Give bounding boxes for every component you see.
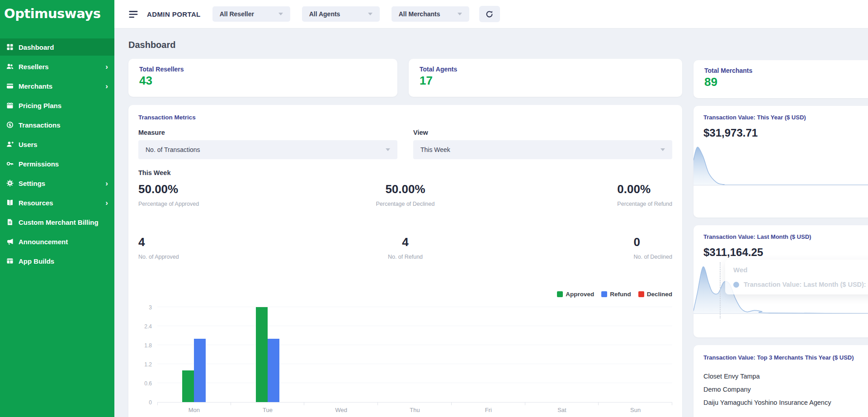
chevron-down-icon	[441, 13, 462, 15]
people-icon	[6, 63, 14, 70]
window-icon	[6, 257, 14, 265]
category-thu	[378, 308, 452, 402]
x-tick-label: Wed	[304, 403, 378, 413]
filter-bar: All ResellerAll AgentsAll Merchants	[212, 6, 469, 22]
metrics-controls: Measure No. of Transactions View This We…	[138, 129, 672, 159]
top-merchants-card: Transaction Value: Top 3 Merchants This …	[693, 345, 868, 417]
x-axis-labels: MonTueWedThuFriSatSun	[157, 403, 672, 413]
filter-all-reseller[interactable]: All Reseller	[212, 6, 290, 22]
hamburger-icon	[129, 10, 139, 19]
y-tick-label: 3	[149, 304, 152, 311]
x-tick-label: Sun	[599, 403, 672, 413]
sidebar-item-label: Custom Merchant Billing	[19, 218, 99, 226]
filter-value: All Merchants	[399, 10, 440, 18]
category-fri	[452, 308, 525, 402]
main-area: ADMIN PORTAL All ResellerAll AgentsAll M…	[114, 0, 868, 417]
category-sat	[525, 308, 599, 402]
megaphone-icon	[6, 238, 14, 245]
portal-title: ADMIN PORTAL	[147, 10, 201, 18]
user-plus-icon	[6, 141, 14, 148]
grid-icon	[6, 43, 14, 51]
sidebar-item-app-builds[interactable]: App Builds	[0, 252, 114, 270]
bar-refund-mon	[194, 339, 206, 402]
metrics-card-title: Transaction Metrics	[138, 114, 672, 121]
sidebar-item-merchants[interactable]: Merchants›	[0, 77, 114, 95]
sidebar-item-label: Announcement	[19, 238, 68, 246]
card-value: 89	[704, 75, 868, 89]
sidebar-item-label: App Builds	[19, 257, 54, 265]
chevron-down-icon	[644, 148, 665, 151]
total-resellers-card: Total Resellers 43	[128, 59, 397, 97]
chevron-right-icon: ›	[105, 199, 108, 207]
sidebar-item-label: Transactions	[19, 121, 61, 129]
app-root: Optimusways DashboardResellers›Merchants…	[0, 0, 868, 417]
sidebar-item-settings[interactable]: Settings›	[0, 175, 114, 192]
card-title: Transaction Value: Top 3 Merchants This …	[703, 354, 868, 361]
x-tick-label: Tue	[231, 403, 305, 413]
category-tue	[231, 308, 305, 402]
total-agents-card: Total Agents 17	[409, 59, 682, 97]
brand-logo: Optimusways	[0, 0, 114, 21]
category-sun	[599, 308, 672, 402]
tooltip-text: Transaction Value: Last Month ($ USD): $…	[744, 281, 868, 288]
sidebar-item-label: Resellers	[19, 63, 49, 71]
measure-select-value: No. of Transactions	[146, 146, 200, 153]
calendar-icon	[6, 102, 14, 109]
legend-declined[interactable]: Declined	[638, 291, 672, 298]
percentage-refund-stat: 0.00% Percentage of Refund	[617, 182, 672, 207]
sidebar-item-users[interactable]: Users	[0, 136, 114, 153]
filter-all-merchants[interactable]: All Merchants	[392, 6, 469, 22]
hamburger-menu-button[interactable]	[129, 10, 139, 19]
sidebar-item-label: Dashboard	[19, 43, 54, 51]
legend-approved[interactable]: Approved	[557, 291, 594, 298]
sidebar-item-announcement[interactable]: Announcement	[0, 233, 114, 250]
card-title: Total Agents	[420, 66, 671, 73]
left-column: Dashboard Total Resellers 43 Total Agent…	[128, 40, 682, 417]
total-merchants-card: Total Merchants 89	[693, 60, 868, 98]
sidebar-item-transactions[interactable]: Transactions	[0, 116, 114, 133]
count-refund-stat: 4 No. of Refund	[388, 235, 423, 260]
sidebar-item-custom-merchant-billing[interactable]: Custom Merchant Billing	[0, 213, 114, 231]
refresh-button[interactable]	[479, 6, 500, 22]
chevron-right-icon: ›	[105, 82, 108, 90]
gear-icon	[6, 180, 14, 187]
chevron-right-icon: ›	[105, 63, 108, 71]
view-select[interactable]: This Week	[413, 140, 672, 159]
sidebar-item-pricing-plans[interactable]: Pricing Plans	[0, 97, 114, 114]
card-value: $31,973.71	[703, 127, 868, 139]
sidebar-item-permissions[interactable]: Permissions	[0, 155, 114, 172]
x-tick-label: Sat	[525, 403, 599, 413]
legend-swatch-refund	[601, 291, 607, 297]
chevron-right-icon: ›	[105, 180, 108, 187]
merchant-name: Daiju Yamaguchi Yoshino Insurance Agency	[703, 396, 868, 409]
x-tick-label: Thu	[378, 403, 452, 413]
filter-all-agents[interactable]: All Agents	[302, 6, 380, 22]
chevron-down-icon	[352, 13, 373, 15]
page-title: Dashboard	[128, 40, 682, 50]
card-title: Total Resellers	[139, 66, 387, 73]
measure-select[interactable]: No. of Transactions	[138, 140, 397, 159]
legend-refund[interactable]: Refund	[601, 291, 631, 298]
category-wed	[304, 308, 378, 402]
plot-area	[157, 308, 672, 403]
chart-tooltip: Wed Transaction Value: Last Month ($ USD…	[725, 260, 868, 294]
weekly-transactions-bar-chart: 00.61.21.82.43 MonTueWedThuFriSatSun	[138, 308, 672, 413]
x-tick-label: Mon	[157, 403, 231, 413]
sidebar-item-resources[interactable]: Resources›	[0, 194, 114, 211]
bar-approved-tue	[256, 307, 268, 402]
page-content: Dashboard Total Resellers 43 Total Agent…	[114, 28, 868, 417]
chevron-down-icon	[369, 148, 390, 151]
tooltip-series-dot	[733, 282, 739, 288]
sidebar-item-dashboard[interactable]: Dashboard	[0, 38, 114, 56]
sidebar-item-resellers[interactable]: Resellers›	[0, 58, 114, 75]
merchant-name: Demo Company	[703, 383, 868, 396]
sidebar-item-label: Resources	[19, 199, 53, 207]
bar-refund-tue	[268, 339, 279, 402]
this-year-area-chart	[693, 145, 868, 185]
credit-card-icon	[6, 82, 14, 90]
sidebar-item-label: Pricing Plans	[19, 102, 61, 109]
card-title: Transaction Value: This Year ($ USD)	[703, 114, 868, 121]
filter-value: All Agents	[309, 10, 340, 18]
transaction-value-last-month-card: Transaction Value: Last Month ($ USD) $3…	[693, 225, 868, 337]
y-tick-label: 1.8	[144, 342, 152, 349]
